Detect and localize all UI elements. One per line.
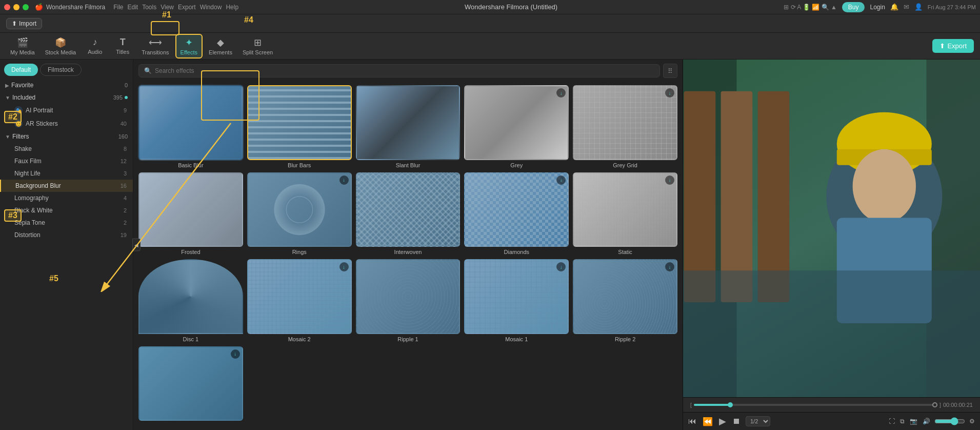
menu-file[interactable]: File [113,4,123,11]
toolbar-my-media[interactable]: 🎬 My Media [6,35,39,57]
left-panel: #2 Default Filmstock ▶ Favorite 0 ▼ Incl… [0,60,133,430]
effects-label: Effects [181,49,197,55]
titlebar-icons: ⊞ ⟳ A 🔋 📶 🔍 ▲ [784,4,837,11]
download-icon-grey-grid: ↓ [665,88,674,97]
menu-view[interactable]: View [161,4,174,11]
preview-panel: [ ] 00:00:00:21 ⏮ ⏪ ▶ ⏹ 1/2 1/4 Full [683,60,980,430]
effect-thumb-mosaic1: ↓ [464,259,569,334]
download-icon-mosaic2: ↓ [339,262,349,271]
effect-item-basic-blur[interactable]: Basic Blur [138,85,243,168]
search-box: 🔍 [138,64,660,77]
tab-default[interactable]: Default [4,64,38,76]
playback-controls: ⏮ ⏪ ▶ ⏹ 1/2 1/4 Full ⛶ ⧉ 📷 🔊 ⚙ [683,412,980,430]
effect-item-blur-bars[interactable]: Blur Bars [247,85,352,168]
included-dot [125,96,128,99]
stop-button[interactable]: ⏹ [731,416,742,427]
effect-name-interwoven: Interwoven [394,249,422,255]
effect-item-slant-blur[interactable]: Slant Blur [356,85,461,168]
toolbar-effects[interactable]: ✦ Effects [175,34,203,58]
close-button[interactable] [4,4,10,10]
volume-button[interactable]: 🔊 [922,417,931,426]
download-icon-mosaic1: ↓ [556,262,566,271]
effect-item-mosaic2[interactable]: ↓ Mosaic 2 [247,259,352,342]
toolbar-stock-media[interactable]: 📦 Stock Media [41,35,81,57]
sidebar: ▶ Favorite 0 ▼ Included 395 🎭 AI Portrai… [0,76,133,430]
export-button[interactable]: ⬆ Export [932,39,974,53]
login-button[interactable]: Login [870,4,885,11]
effect-item-ripple2[interactable]: ↓ Ripple 2 [573,259,677,342]
progress-bar[interactable] [694,404,937,406]
toolbar-elements[interactable]: ◆ Elements [205,35,236,57]
sidebar-item-night-life[interactable]: Night Life 3 [0,167,133,180]
sidebar-item-faux-film[interactable]: Faux Film 12 [0,155,133,167]
buy-button[interactable]: Buy [842,2,865,12]
menu-edit[interactable]: Edit [128,4,138,11]
toolbar-audio[interactable]: ♪ Audio [82,35,108,57]
effect-item-diamonds[interactable]: ↓ Diamonds [464,172,569,256]
sidebar-item-background-blur[interactable]: Background Blur 16 [0,180,133,192]
menu-export[interactable]: Export [178,4,196,11]
menu-help[interactable]: Help [226,4,238,11]
minimize-button[interactable] [13,4,19,10]
camera-button[interactable]: 📷 [909,417,918,426]
quality-select[interactable]: 1/2 1/4 Full [746,416,770,426]
filters-count: 160 [118,133,128,140]
effect-item-mosaic1[interactable]: ↓ Mosaic 1 [464,259,569,342]
effect-name-mosaic2: Mosaic 2 [288,336,311,342]
notification-icon[interactable]: 🔔 [890,3,898,11]
pip-button[interactable]: ⧉ [899,417,906,426]
split-screen-label: Split Screen [243,49,273,55]
effect-item-rings[interactable]: ↓ Rings [247,172,352,256]
importbar: ⬆ Import [0,14,980,33]
preview-area [683,60,980,397]
sidebar-section-filters: ▼ Filters 160 #3 Shake 8 Faux Film 12 Ni… [0,130,133,241]
import-button[interactable]: ⬆ Import [6,18,42,29]
in-point-icon[interactable]: [ [690,402,692,408]
effect-item-static[interactable]: ↓ Static [573,172,677,256]
effect-item-last[interactable]: ↓ [138,346,243,421]
effect-item-grey-grid[interactable]: ↓ Grey Grid [573,85,677,168]
toolbar-titles[interactable]: T Titles [110,35,135,57]
grid-view-button[interactable]: ⠿ [663,64,677,78]
message-icon[interactable]: ✉ [904,3,909,11]
volume-slider[interactable] [934,417,965,425]
window-title: Wondershare Filmora (Untitled) [238,3,784,11]
toolbar-split-screen[interactable]: ⊞ Split Screen [238,35,277,57]
effect-name-mosaic1: Mosaic 1 [505,336,528,342]
effect-thumb-basic-blur [138,85,243,160]
effect-item-interwoven[interactable]: Interwoven [356,172,461,256]
sidebar-header-included[interactable]: ▼ Included 395 [0,91,133,104]
effect-item-disc1[interactable]: ↓ Disc 1 [138,259,243,342]
effect-name-slant-blur: Slant Blur [396,162,421,168]
menu-window[interactable]: Window [200,4,222,11]
toolbar-transitions[interactable]: ⟷ Transitions [137,35,173,57]
play-button[interactable]: ▶ [718,415,727,428]
favorite-label: Favorite [11,82,123,89]
skip-back-button[interactable]: ⏮ [687,416,697,427]
menu-tools[interactable]: Tools [142,4,156,11]
titles-icon: T [120,37,126,48]
annotation-3: #3 [4,209,22,222]
sidebar-item-shake[interactable]: Shake 8 [0,143,133,155]
settings-button[interactable]: ⚙ [968,417,976,426]
out-point-icon[interactable]: ] [939,402,941,408]
effect-thumb-rings: ↓ [247,172,352,247]
ai-portrait-count: 9 [124,107,127,113]
sidebar-item-distortion[interactable]: Distortion 19 [0,229,133,241]
sidebar-header-favorite[interactable]: ▶ Favorite 0 [0,79,133,91]
split-screen-icon: ⊞ [254,37,262,48]
sidebar-header-filters[interactable]: ▼ Filters 160 [0,130,133,143]
effect-item-grey[interactable]: ↓ Grey [464,85,569,168]
maximize-button[interactable] [23,4,29,10]
search-input[interactable] [155,67,654,74]
tab-filmstock[interactable]: Filmstock [40,64,82,76]
collapse-panel-button[interactable]: ◀ [132,239,141,251]
sidebar-item-lomography[interactable]: Lomography 4 [0,192,133,204]
step-back-button[interactable]: ⏪ [702,416,714,427]
progress-thumb [728,402,733,407]
effect-item-ripple1[interactable]: Ripple 1 [356,259,461,342]
user-icon[interactable]: 👤 [914,3,923,11]
my-media-icon: 🎬 [17,37,28,48]
fullscreen-button[interactable]: ⛶ [888,417,896,426]
effect-item-frosted[interactable]: Frosted [138,172,243,256]
